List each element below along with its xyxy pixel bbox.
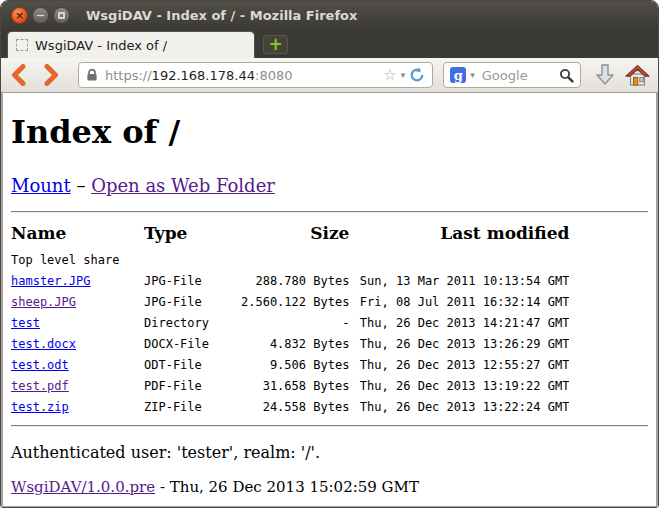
file-type: DOCX-File xyxy=(144,333,241,354)
forward-button[interactable] xyxy=(42,63,60,87)
column-header-type: Type xyxy=(144,223,241,250)
file-type: JPG-File xyxy=(144,291,241,312)
file-type: Directory xyxy=(144,312,241,333)
file-modified: Thu, 26 Dec 2013 13:19:22 GMT xyxy=(349,375,569,396)
file-modified: Sun, 13 Mar 2011 10:13:54 GMT xyxy=(349,270,569,291)
page-title: Index of / xyxy=(11,113,648,151)
close-button[interactable]: × xyxy=(11,7,28,24)
url-host: 192.168.178.44 xyxy=(152,68,255,83)
titlebar[interactable]: × − WsgiDAV - Index of / - Mozilla Firef… xyxy=(1,1,658,29)
top-divider xyxy=(11,211,648,213)
forward-chevron-icon xyxy=(43,64,60,86)
search-engine-dropdown-icon[interactable]: ▾ xyxy=(470,71,475,80)
back-chevron-icon xyxy=(10,64,27,86)
bookmark-star-icon[interactable]: ☆ xyxy=(383,68,396,83)
file-modified: Thu, 26 Dec 2013 12:55:27 GMT xyxy=(349,354,569,375)
file-listing-table: Name Type Size Last modified Top level s… xyxy=(11,223,569,417)
table-row: sheep.JPG JPG-File 2.560.122 Bytes Fri, … xyxy=(11,291,569,312)
file-link-hamster-jpg[interactable]: hamster.JPG xyxy=(11,274,90,288)
favicon-placeholder-icon xyxy=(16,39,28,51)
url-dropdown-icon[interactable]: ▾ xyxy=(401,71,406,80)
file-link-test-zip[interactable]: test.zip xyxy=(11,400,69,414)
navigation-toolbar: https://192.168.178.44:8080 ☆ ▾ g ▾ Goog… xyxy=(1,58,658,93)
file-size: 4.832 Bytes xyxy=(241,333,349,354)
footer-timestamp: - Thu, 26 Dec 2013 15:02:59 GMT xyxy=(155,478,419,496)
table-row: test.odt ODT-File 9.506 Bytes Thu, 26 De… xyxy=(11,354,569,375)
file-modified: Fri, 08 Jul 2011 16:32:14 GMT xyxy=(349,291,569,312)
file-modified: Thu, 26 Dec 2013 14:21:47 GMT xyxy=(349,312,569,333)
window-title: WsgiDAV - Index of / - Mozilla Firefox xyxy=(86,8,357,23)
column-header-last-modified: Last modified xyxy=(349,223,569,250)
file-size: 24.558 Bytes xyxy=(241,396,349,417)
mount-link[interactable]: Mount xyxy=(11,175,71,196)
search-bar[interactable]: g ▾ Google xyxy=(443,62,581,88)
table-header-row: Name Type Size Last modified xyxy=(11,223,569,250)
file-link-test-docx[interactable]: test.docx xyxy=(11,337,76,351)
downloads-button[interactable] xyxy=(594,63,616,87)
page-content: Index of / Mount – Open as Web Folder Na… xyxy=(1,93,658,508)
file-size: 288.780 Bytes xyxy=(241,270,349,291)
home-icon xyxy=(625,64,650,87)
tab-title: WsgiDAV - Index of / xyxy=(35,38,167,53)
file-type: PDF-File xyxy=(144,375,241,396)
file-link-test-odt[interactable]: test.odt xyxy=(11,358,69,372)
file-modified: Thu, 26 Dec 2013 13:22:24 GMT xyxy=(349,396,569,417)
url-bar[interactable]: https://192.168.178.44:8080 ☆ ▾ xyxy=(78,62,433,88)
url-scheme: https:// xyxy=(105,68,152,83)
share-section-label: Top level share xyxy=(11,250,569,270)
lock-icon[interactable] xyxy=(86,68,98,82)
file-link-test[interactable]: test xyxy=(11,316,40,330)
home-button[interactable] xyxy=(625,64,650,87)
minimize-icon: − xyxy=(36,10,45,21)
minimize-button[interactable]: − xyxy=(32,7,49,24)
close-icon: × xyxy=(15,10,24,21)
firefox-window: × − WsgiDAV - Index of / - Mozilla Firef… xyxy=(0,0,659,508)
file-link-test-pdf[interactable]: test.pdf xyxy=(11,379,69,393)
link-separator: – xyxy=(71,175,91,196)
tab-wsgidav[interactable]: WsgiDAV - Index of / xyxy=(7,31,255,58)
wsgidav-version-link[interactable]: WsgiDAV/1.0.0.pre xyxy=(11,478,155,496)
table-row: test Directory - Thu, 26 Dec 2013 14:21:… xyxy=(11,312,569,333)
google-favicon-icon: g xyxy=(450,67,466,83)
authenticated-user-line: Authenticated user: 'tester', realm: '/'… xyxy=(11,443,648,462)
search-magnifier-icon[interactable] xyxy=(559,68,574,83)
file-type: JPG-File xyxy=(144,270,241,291)
bottom-divider xyxy=(11,425,648,427)
page-footer: WsgiDAV/1.0.0.pre - Thu, 26 Dec 2013 15:… xyxy=(11,478,648,496)
file-size: - xyxy=(241,312,349,333)
file-type: ODT-File xyxy=(144,354,241,375)
table-row: test.pdf PDF-File 31.658 Bytes Thu, 26 D… xyxy=(11,375,569,396)
file-modified: Thu, 26 Dec 2013 13:26:29 GMT xyxy=(349,333,569,354)
file-size: 31.658 Bytes xyxy=(241,375,349,396)
plus-icon: + xyxy=(268,36,282,53)
file-size: 2.560.122 Bytes xyxy=(241,291,349,312)
file-type: ZIP-File xyxy=(144,396,241,417)
column-header-size: Size xyxy=(241,223,349,250)
search-input[interactable]: Google xyxy=(482,68,559,83)
new-tab-button[interactable]: + xyxy=(263,35,288,54)
url-port: :8080 xyxy=(255,68,292,83)
open-as-web-folder-link[interactable]: Open as Web Folder xyxy=(91,175,275,196)
download-arrow-icon xyxy=(594,63,616,87)
table-row: hamster.JPG JPG-File 288.780 Bytes Sun, … xyxy=(11,270,569,291)
table-row: test.zip ZIP-File 24.558 Bytes Thu, 26 D… xyxy=(11,396,569,417)
table-row: test.docx DOCX-File 4.832 Bytes Thu, 26 … xyxy=(11,333,569,354)
share-section-row: Top level share xyxy=(11,250,569,270)
tab-bar: WsgiDAV - Index of / + xyxy=(1,29,658,58)
column-header-name: Name xyxy=(11,223,144,250)
maximize-icon xyxy=(58,12,65,19)
url-text[interactable]: https://192.168.178.44:8080 xyxy=(105,68,383,83)
back-button[interactable] xyxy=(9,63,27,87)
file-size: 9.506 Bytes xyxy=(241,354,349,375)
maximize-button[interactable] xyxy=(53,7,70,24)
page-nav-links: Mount – Open as Web Folder xyxy=(11,175,648,196)
reload-icon[interactable] xyxy=(409,67,425,83)
file-link-sheep-jpg[interactable]: sheep.JPG xyxy=(11,295,76,309)
